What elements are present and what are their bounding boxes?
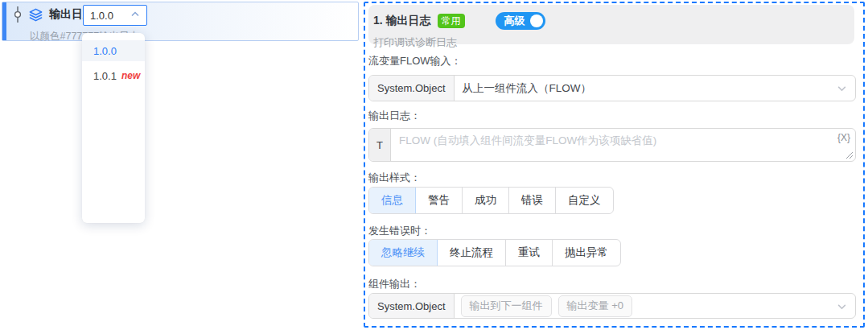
component-output-label: 组件输出：: [368, 277, 421, 291]
style-option-info[interactable]: 信息: [369, 188, 415, 213]
insert-variable-button[interactable]: {X}: [837, 132, 850, 143]
version-select[interactable]: 1.0.0: [83, 5, 147, 26]
advanced-toggle[interactable]: 高级: [496, 12, 545, 30]
version-select-value: 1.0.0: [90, 10, 113, 22]
log-text-area[interactable]: T FLOW (自动填入组件间流变量FLOW作为该项缺省值) {X}: [368, 128, 856, 162]
on-error-label: 发生错误时：: [368, 224, 431, 238]
chevron-down-icon: [837, 76, 855, 101]
log-textarea[interactable]: FLOW (自动填入组件间流变量FLOW作为该项缺省值) {X}: [391, 129, 855, 161]
common-badge: 常用: [438, 14, 465, 28]
panel-subtitle: 打印调试诊断日志: [368, 30, 854, 50]
on-error-group: 忽略继续 终止流程 重试 抛出异常: [368, 239, 621, 266]
advanced-toggle-label: 高级: [504, 14, 525, 28]
version-option-1-0-0[interactable]: 1.0.0: [82, 40, 145, 61]
output-type-prefix: System.Object: [369, 294, 455, 318]
error-option-ignore-continue[interactable]: 忽略继续: [369, 240, 437, 266]
flow-input-type-prefix: System.Object: [369, 76, 455, 101]
new-version-tag: new: [121, 70, 140, 81]
log-text-placeholder: FLOW (自动填入组件间流变量FLOW作为该项缺省值): [399, 134, 656, 146]
text-type-prefix: T: [369, 129, 391, 161]
chevron-down-icon: [837, 294, 855, 318]
output-to-next-chip[interactable]: 输出到下一组件: [461, 295, 552, 317]
flow-input-value: 从上一组件流入（FLOW）: [455, 76, 837, 101]
style-option-warning[interactable]: 警告: [415, 188, 462, 213]
component-output-select[interactable]: System.Object 输出到下一组件 输出变量 +0: [368, 293, 856, 319]
version-option-label: 1.0.1: [93, 70, 117, 82]
panel-header: 1. 输出日志 常用 高级 打印调试诊断日志: [368, 5, 854, 44]
log-text-label: 输出日志：: [368, 109, 421, 123]
resize-handle[interactable]: [845, 151, 854, 159]
properties-panel: 1. 输出日志 常用 高级 打印调试诊断日志 流变量FLOW输入： System…: [364, 2, 865, 328]
version-dropdown-menu: 1.0.0 1.0.1 new: [82, 33, 145, 223]
error-option-throw[interactable]: 抛出异常: [552, 240, 620, 266]
version-option-label: 1.0.0: [93, 45, 117, 57]
node-anchor-icon[interactable]: [13, 6, 23, 23]
error-option-terminate[interactable]: 终止流程: [437, 240, 505, 266]
node-accent-bar: [2, 2, 6, 40]
style-option-success[interactable]: 成功: [462, 188, 508, 213]
chevron-up-icon: [130, 10, 140, 22]
style-option-custom[interactable]: 自定义: [555, 188, 613, 213]
output-style-group: 信息 警告 成功 错误 自定义: [368, 187, 614, 214]
output-variable-chip[interactable]: 输出变量 +0: [558, 295, 632, 317]
layers-icon: [28, 7, 43, 23]
panel-title: 1. 输出日志: [373, 14, 431, 28]
flow-input-select[interactable]: System.Object 从上一组件流入（FLOW）: [368, 75, 856, 101]
flow-input-label: 流变量FLOW输入：: [368, 54, 462, 68]
version-option-1-0-1[interactable]: 1.0.1 new: [82, 65, 145, 86]
output-style-label: 输出样式：: [368, 171, 421, 185]
error-option-retry[interactable]: 重试: [505, 240, 552, 266]
style-option-error[interactable]: 错误: [508, 188, 555, 213]
toggle-knob: [530, 14, 543, 27]
flow-editor-canvas: 输出日志 以颜色#777777输出日志 1.0.0 1.0.0 1.0.1 ne…: [0, 0, 868, 330]
flow-node-output-log[interactable]: 输出日志 以颜色#777777输出日志 1.0.0: [2, 2, 359, 41]
